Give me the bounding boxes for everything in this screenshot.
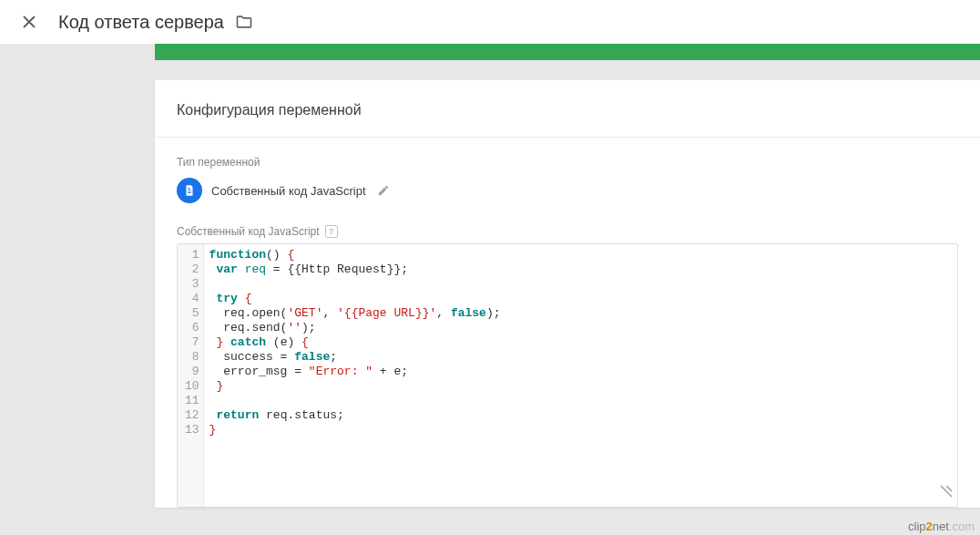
js-doc-icon xyxy=(177,178,202,203)
header-bar: Код ответа сервера xyxy=(0,0,980,44)
variable-type-name: Собственный код JavaScript xyxy=(211,184,366,198)
card-title: Конфигурация переменной xyxy=(155,102,980,137)
line-gutter: 12345678910111213 xyxy=(178,244,204,507)
notification-banner xyxy=(155,44,980,60)
close-icon[interactable] xyxy=(15,7,44,36)
page-title[interactable]: Код ответа сервера xyxy=(58,12,224,33)
resize-handle-icon[interactable] xyxy=(939,484,954,503)
variable-type-section: Тип переменной Собственный код JavaScrip… xyxy=(155,138,980,203)
help-icon[interactable]: ? xyxy=(325,225,338,238)
variable-type-row[interactable]: Собственный код JavaScript xyxy=(177,178,958,203)
editor-section: Собственный код JavaScript ? 12345678910… xyxy=(155,203,980,508)
watermark: clip2net.com xyxy=(908,520,975,533)
pencil-icon[interactable] xyxy=(377,184,390,197)
folder-icon[interactable] xyxy=(235,13,253,31)
code-body[interactable]: function() { var req = {{Http Request}};… xyxy=(204,244,957,507)
content-area: Конфигурация переменной Тип переменной С… xyxy=(155,44,980,535)
editor-label: Собственный код JavaScript ? xyxy=(177,225,958,238)
code-editor[interactable]: 12345678910111213 function() { var req =… xyxy=(177,243,958,508)
config-card: Конфигурация переменной Тип переменной С… xyxy=(155,80,980,508)
variable-type-label: Тип переменной xyxy=(177,156,958,169)
